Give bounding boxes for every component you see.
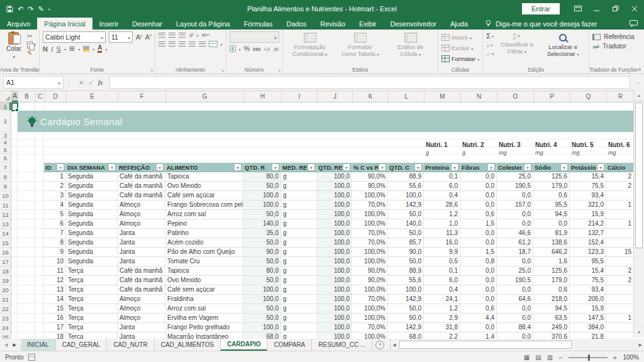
column-header[interactable]: C	[36, 91, 45, 102]
ribbon-tab[interactable]: Ajuda	[443, 18, 475, 30]
wrap-text-icon[interactable]	[201, 33, 210, 38]
number-format-select[interactable]	[230, 31, 279, 43]
ribbon-tab[interactable]: Dados	[279, 18, 313, 30]
row-header[interactable]: 11	[0, 200, 11, 210]
redo-icon[interactable]	[28, 6, 33, 13]
column-header[interactable]: D	[45, 91, 67, 102]
row-header[interactable]: 24	[0, 323, 11, 332]
increase-indent-icon[interactable]	[199, 41, 206, 47]
column-header[interactable]: E	[67, 91, 118, 102]
column-header[interactable]: P	[534, 91, 570, 102]
bold-button[interactable]: N	[43, 45, 48, 53]
table-header-cell[interactable]: MED. RE	[281, 163, 317, 172]
table-row[interactable]: 14 Terça Almoço Fraldinha 100,0 g 100,0 …	[44, 295, 633, 304]
percent-format-icon[interactable]	[244, 45, 250, 52]
row-header[interactable]: 10	[0, 191, 11, 200]
ribbon-tab[interactable]: Inserir	[92, 18, 126, 30]
ribbon-tab[interactable]: Desenhar	[125, 18, 169, 30]
column-header[interactable]: I	[282, 91, 318, 102]
row-header[interactable]: 1	[0, 102, 11, 111]
tell-me-box[interactable]: Diga-me o que você deseja fazer	[485, 18, 597, 30]
column-header[interactable]: Q	[570, 91, 607, 102]
format-as-table-button[interactable]: Formatar como Tabela	[336, 31, 384, 59]
filter-dropdown-icon[interactable]	[560, 163, 568, 171]
align-right-icon[interactable]	[179, 41, 186, 47]
cut-icon[interactable]	[27, 33, 36, 40]
table-header-cell[interactable]: % C vs R	[352, 163, 388, 172]
increase-font-size-icon[interactable]: A	[136, 33, 142, 41]
row-header[interactable]: 12	[0, 210, 11, 219]
table-row[interactable]: 5 Segunda Almoço Arroz com sal 50,0 g 10…	[44, 210, 633, 219]
align-middle-icon[interactable]	[169, 33, 175, 38]
column-header[interactable]: M	[425, 91, 461, 102]
vertical-scroll-thumb[interactable]	[635, 102, 643, 248]
table-row[interactable]: 12 Terça Café da manhã Ovo Mexido 50,0 g…	[44, 276, 633, 285]
feedback-icon[interactable]	[630, 18, 638, 30]
row-header[interactable]: 21	[0, 295, 11, 304]
ribbon-tab[interactable]: Página Inicial	[37, 18, 92, 30]
zoom-in-icon[interactable]: +	[613, 354, 617, 361]
increase-decimal-icon[interactable]	[264, 45, 270, 52]
row-header[interactable]: 22	[0, 304, 11, 314]
table-row[interactable]: 16 Terça Almoço Ervilha em Vagem 50,0 g …	[44, 314, 633, 323]
comma-format-icon[interactable]	[253, 45, 260, 52]
column-header[interactable]: A	[12, 91, 18, 102]
row-header[interactable]: 17	[0, 257, 11, 266]
table-row[interactable]: 2 Segunda Café da manhã Ovo Mexido 50,0 …	[44, 182, 633, 191]
filter-dropdown-icon[interactable]	[379, 163, 386, 171]
table-row[interactable]: 7 Segunda Janta Patinho 35,0 g 100,0 70,…	[44, 229, 633, 238]
table-header-cell[interactable]: Potássio	[570, 163, 606, 172]
chevron-down-icon[interactable]	[221, 40, 223, 47]
column-header[interactable]: G	[166, 91, 244, 102]
insert-cells-button[interactable]: Inserir	[441, 33, 480, 41]
autosum-button[interactable]	[486, 33, 494, 40]
align-left-icon[interactable]	[158, 41, 165, 47]
reference-button[interactable]: Referência	[592, 33, 634, 40]
table-header-cell[interactable]: QTD. R	[243, 163, 281, 172]
row-header[interactable]: 8	[0, 172, 11, 182]
underline-button[interactable]: S	[57, 45, 61, 53]
chevron-down-icon[interactable]	[105, 45, 107, 52]
table-row[interactable]: 3 Segunda Café da manhã Café sem açúcar …	[44, 191, 633, 200]
table-row[interactable]: 9 Segunda Janta Pão de Alho com Queijo 9…	[44, 248, 633, 257]
column-header[interactable]: O	[497, 91, 534, 102]
column-header[interactable]: F	[118, 91, 166, 102]
chevron-down-icon[interactable]	[78, 45, 80, 52]
format-cells-button[interactable]: Formatar	[441, 54, 480, 63]
column-header[interactable]: K	[353, 91, 389, 102]
row-header[interactable]: 14	[0, 229, 11, 238]
row-header[interactable]: 16	[0, 248, 11, 257]
scroll-right-icon[interactable]: ▶	[639, 343, 642, 348]
macro-record-icon[interactable]	[28, 354, 35, 361]
row-header[interactable]: 18	[0, 266, 11, 276]
formula-input[interactable]	[109, 76, 630, 89]
table-row[interactable]: 10 Segunda Janta Tomate Cru 50,0 g 100,0…	[44, 257, 633, 266]
decrease-decimal-icon[interactable]	[273, 45, 279, 52]
italic-button[interactable]: I	[51, 45, 53, 53]
row-header[interactable]: 4	[0, 139, 11, 146]
table-row[interactable]: 4 Segunda Almoço Frango Sobrecoxa com pe…	[44, 200, 633, 210]
table-row[interactable]: 18 Terça Janta Macarrão Instantâneo 68,0…	[44, 332, 633, 339]
row-header[interactable]: 25	[0, 332, 11, 339]
delete-cells-button[interactable]: Excluir	[441, 43, 480, 52]
next-sheet-icon[interactable]: ▶	[13, 343, 16, 348]
ribbon-tab[interactable]: Revisão	[313, 18, 352, 30]
clear-button[interactable]	[486, 50, 494, 58]
align-center-icon[interactable]	[169, 41, 175, 47]
dialog-launcher-icon[interactable]	[221, 68, 225, 73]
row-header[interactable]: 19	[0, 276, 11, 285]
orientation-icon[interactable]	[187, 31, 194, 38]
sheet-tab[interactable]: CARDAPIO	[221, 339, 267, 351]
scroll-down-icon[interactable]: ▼	[634, 326, 644, 337]
table-header-cell[interactable]: Fibras	[460, 163, 497, 172]
align-bott om-icon[interactable]	[179, 33, 186, 38]
row-header[interactable]: 23	[0, 314, 11, 323]
horizontal-scroll-track[interactable]	[397, 341, 638, 349]
sheet-content[interactable]: Cardápio Semanal Nutri. 1 g Nutri. 2 g N…	[11, 102, 633, 339]
sheet-tab[interactable]: INICIAL	[21, 339, 56, 351]
sheet-tab[interactable]: RESUMO_CC ...	[312, 339, 372, 351]
ribbon-tab[interactable]: Arquivo	[0, 18, 37, 30]
chevron-down-icon[interactable]	[239, 45, 241, 52]
table-header-cell[interactable]: QTD. RE	[317, 163, 352, 172]
row-header[interactable]: 7	[0, 163, 11, 172]
